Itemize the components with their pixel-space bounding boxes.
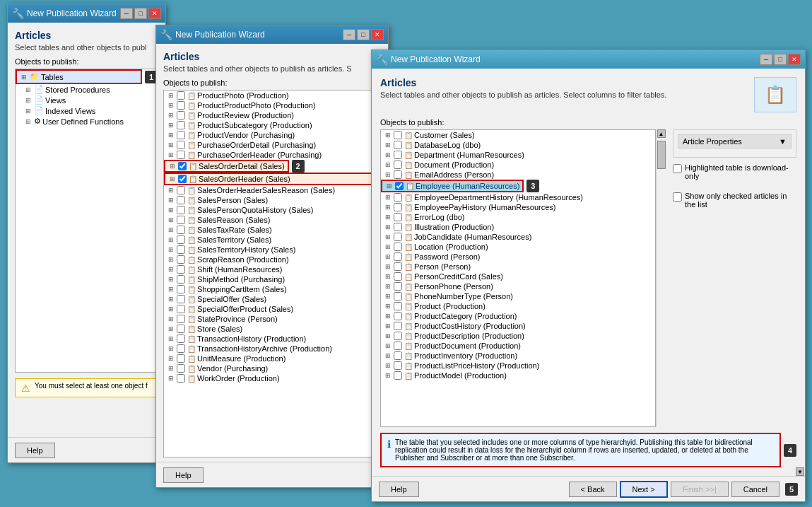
table-row[interactable]: ⊞ 📋 EmployeePayHistory (HumanResources) (381, 202, 655, 212)
table-checkbox[interactable] (394, 213, 402, 221)
table-row[interactable]: ⊞ 📋 ProductCostHistory (Production) (381, 321, 655, 331)
table-row[interactable]: ⊞ 📋 EmployeeDepartmentHistory (HumanReso… (381, 192, 655, 202)
table-row[interactable]: ⊞ 📋 ProductDocument (Production) (381, 341, 655, 351)
scrollbar[interactable]: ▲ ▼ (656, 129, 666, 427)
table-row[interactable]: ⊞ 📋 SpecialOffer (Sales) (164, 294, 380, 304)
article-props-header[interactable]: Article Properties ▼ (678, 134, 792, 148)
scroll-thumb[interactable] (657, 141, 666, 169)
table-row[interactable]: ⊞ 📋 ProductReview (Production) (164, 110, 380, 120)
table-checkbox[interactable] (177, 315, 185, 323)
scroll-up[interactable]: ▲ (657, 129, 666, 138)
table-checkbox[interactable] (178, 175, 187, 183)
table-checkbox[interactable] (394, 193, 402, 202)
table-checkbox[interactable] (177, 255, 185, 264)
table-checkbox[interactable] (394, 322, 402, 330)
table-row[interactable]: ⊞ 📋 Shift (HumanResources) (164, 264, 380, 274)
table-row[interactable]: ⊞ 📋 Store (Sales) (164, 324, 380, 334)
next-button[interactable]: Next > (620, 481, 668, 498)
table-row[interactable]: ⊞ 📋 SpecialOfferProduct (Sales) (164, 304, 380, 314)
table-row[interactable]: ⊞ 📋 PurchaseOrderDetail (Purchasing) (164, 140, 380, 150)
table-row[interactable]: ⊞ 📋 Location (Production) (381, 242, 655, 252)
table-checkbox[interactable] (394, 131, 402, 139)
minimize-button3[interactable]: ─ (760, 54, 772, 65)
table-checkbox[interactable] (394, 371, 402, 380)
table-checkbox[interactable] (394, 203, 402, 211)
table-row[interactable]: ⊞ 📋 ShipMethod (Purchasing) (164, 274, 380, 284)
table-row[interactable]: ⊞ 📋 SalesTerritory (Sales) (164, 235, 380, 245)
table-row[interactable]: ⊞ 📋 PurchaseOrderHeader (Purchasing) (164, 150, 380, 160)
table-checkbox[interactable] (394, 233, 402, 241)
cancel-button[interactable]: Cancel (731, 482, 779, 497)
table-row[interactable]: ⊞ 📋 ShoppingCartItem (Sales) (164, 284, 380, 294)
table-checkbox[interactable] (394, 282, 402, 291)
table-row[interactable]: ⊞ 📋 StateProvince (Person) (164, 314, 380, 324)
minimize-button2[interactable]: ─ (343, 29, 355, 40)
table-row[interactable]: ⊞ 📋 DatabaseLog (dbo) (381, 140, 655, 150)
table-row[interactable]: ⊞ 📋 PersonCreditCard (Sales) (381, 272, 655, 281)
table-checkbox[interactable] (395, 182, 404, 190)
window2-help-button[interactable]: Help (163, 467, 204, 483)
table-checkbox[interactable] (177, 334, 185, 343)
table-checkbox[interactable] (177, 226, 185, 234)
table-row[interactable]: ⊞ 📋 ErrorLog (dbo) (381, 212, 655, 222)
table-row[interactable]: ⊞ 📋 TransactionHistory (Production) (164, 334, 380, 344)
table-row[interactable]: ⊞ 📋 Document (Production) (381, 160, 655, 170)
table-row[interactable]: ⊞ 📋 ProductInventory (Production) (381, 351, 655, 361)
table-checkbox[interactable] (177, 265, 185, 274)
table-row[interactable]: ⊞ 📋 PersonPhone (Person) (381, 281, 655, 291)
table-row[interactable]: ⊞ 📋 SalesPersonQuotaHistory (Sales) (164, 205, 380, 215)
table-checkbox[interactable] (394, 170, 402, 179)
table-row[interactable]: ⊞ 📋 Customer (Sales) (381, 130, 655, 140)
table-checkbox[interactable] (394, 351, 402, 360)
table-row[interactable]: ⊞ 📋 Person (Person) (381, 262, 655, 272)
table-checkbox[interactable] (177, 344, 185, 353)
tree-item-views[interactable]: ⊞ 📄 Views (16, 95, 158, 105)
tree-item-tables[interactable]: ⊞ 📁 Tables (16, 69, 142, 84)
table-checkbox[interactable] (177, 141, 185, 149)
table-row[interactable]: ⊞ 📋 SalesTerritoryHistory (Sales) (164, 245, 380, 255)
tree-item-indexed-views[interactable]: ⊞ 📄 Indexed Views (16, 105, 158, 116)
maximize-button[interactable]: □ (134, 8, 147, 19)
table-checkbox[interactable] (177, 131, 185, 139)
table-checkbox[interactable] (177, 275, 185, 284)
table-row[interactable]: ⊞ 📋 ProductPhoto (Production) (164, 91, 380, 100)
table-checkbox[interactable] (394, 342, 402, 350)
table-checkbox[interactable] (177, 101, 185, 110)
table-checkbox[interactable] (394, 252, 402, 261)
table-checkbox[interactable] (394, 262, 402, 271)
table-checkbox[interactable] (177, 374, 185, 383)
close-button2[interactable]: ✕ (371, 29, 384, 40)
table-checkbox[interactable] (177, 325, 185, 333)
tree-item-udf[interactable]: ⊞ ⚙ User Defined Functions (16, 116, 158, 127)
maximize-button3[interactable]: □ (774, 54, 787, 65)
table-checkbox[interactable] (177, 216, 185, 224)
table-row[interactable]: ⊞ 📋 ProductSubcategory (Production) (164, 120, 380, 130)
table-checkbox[interactable] (177, 111, 185, 120)
table-checkbox[interactable] (177, 91, 185, 100)
table-row[interactable]: ⊞ 📋 Department (HumanResources) (381, 150, 655, 160)
table-checkbox[interactable] (394, 223, 402, 231)
table-checkbox[interactable] (177, 235, 185, 244)
table-checkbox[interactable] (394, 292, 402, 301)
table-checkbox[interactable] (177, 186, 185, 194)
table-row[interactable]: ⊞ 📋 Employee (HumanResources) (381, 180, 524, 192)
table-row[interactable]: ⊞ 📋 Illustration (Production) (381, 222, 655, 232)
close-button[interactable]: ✕ (148, 8, 161, 19)
table-checkbox[interactable] (394, 141, 402, 149)
table-checkbox[interactable] (394, 302, 402, 310)
window1-help-button[interactable]: Help (15, 443, 55, 458)
window1-titlebar[interactable]: 🔧 New Publication Wizard ─ □ ✕ (8, 4, 165, 23)
table-checkbox[interactable] (394, 272, 402, 281)
window2-titlebar[interactable]: 🔧 New Publication Wizard ─ □ ✕ (156, 25, 388, 44)
table-checkbox[interactable] (178, 162, 187, 170)
table-row[interactable]: ⊞ 📋 WorkOrder (Production) (164, 373, 380, 383)
table-checkbox[interactable] (177, 206, 185, 214)
table-row[interactable]: ⊞ 📋 UnitMeasure (Production) (164, 354, 380, 363)
highlighted-checkbox[interactable] (673, 164, 682, 173)
table-row[interactable]: ⊞ 📋 ProductListPriceHistory (Production) (381, 361, 655, 371)
table-row[interactable]: ⊞ 📋 ProductVendor (Purchasing) (164, 130, 380, 140)
table-checkbox[interactable] (177, 151, 185, 159)
table-checkbox[interactable] (177, 245, 185, 254)
table-row[interactable]: ⊞ 📋 EmailAddress (Person) (381, 170, 655, 180)
window3-help-button[interactable]: Help (379, 482, 419, 497)
